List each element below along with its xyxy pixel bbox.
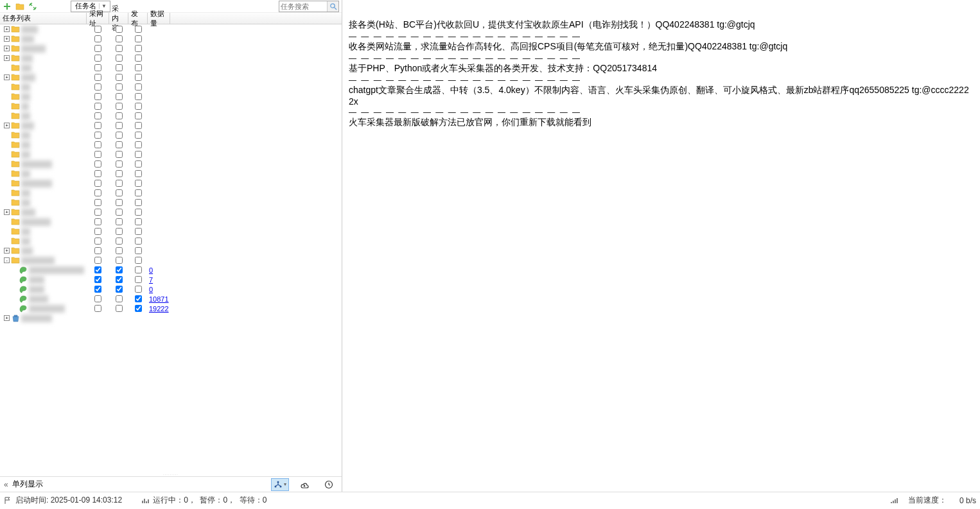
cloud-download-icon[interactable] bbox=[295, 478, 313, 491]
data-count-link[interactable]: 7 bbox=[149, 276, 153, 284]
collect-url-checkbox[interactable] bbox=[94, 26, 101, 33]
expander-icon[interactable]: + bbox=[4, 36, 10, 42]
collect-content-checkbox[interactable] bbox=[116, 160, 123, 168]
collect-url-checkbox[interactable] bbox=[94, 218, 101, 225]
data-count-link[interactable]: 19222 bbox=[149, 305, 169, 313]
tree-row[interactable] bbox=[0, 198, 342, 207]
collect-content-checkbox[interactable] bbox=[116, 45, 123, 52]
publish-checkbox[interactable] bbox=[135, 180, 142, 187]
tree-row[interactable] bbox=[0, 217, 342, 227]
collect-url-checkbox[interactable] bbox=[94, 180, 101, 187]
collect-content-checkbox[interactable] bbox=[116, 180, 123, 187]
collect-url-checkbox[interactable] bbox=[94, 209, 101, 216]
collect-content-checkbox[interactable] bbox=[116, 170, 123, 177]
tree-row[interactable] bbox=[0, 130, 342, 140]
col-header-data[interactable]: 数据量 bbox=[148, 13, 170, 24]
collect-content-checkbox[interactable] bbox=[116, 26, 123, 33]
publish-checkbox[interactable] bbox=[135, 160, 142, 168]
collect-content-checkbox[interactable] bbox=[116, 218, 123, 225]
publish-checkbox[interactable] bbox=[135, 237, 142, 245]
collect-url-checkbox[interactable] bbox=[94, 141, 101, 148]
tree-row[interactable] bbox=[0, 63, 342, 73]
collect-url-checkbox[interactable] bbox=[94, 257, 101, 264]
collect-content-checkbox[interactable] bbox=[116, 305, 123, 312]
collect-content-checkbox[interactable] bbox=[116, 295, 123, 302]
expander-icon[interactable]: - bbox=[4, 257, 10, 263]
collect-content-checkbox[interactable] bbox=[116, 55, 123, 62]
publish-checkbox[interactable] bbox=[135, 218, 142, 225]
collect-url-checkbox[interactable] bbox=[94, 83, 101, 91]
publish-checkbox[interactable] bbox=[135, 228, 142, 235]
publish-checkbox[interactable] bbox=[135, 170, 142, 177]
collect-content-checkbox[interactable] bbox=[116, 228, 123, 235]
tree-row[interactable]: 0 bbox=[0, 284, 342, 294]
tree-row[interactable]: + bbox=[0, 44, 342, 53]
col-header-name[interactable]: 任务列表 bbox=[0, 13, 87, 24]
collect-url-checkbox[interactable] bbox=[94, 286, 101, 293]
tree-row[interactable]: 0 bbox=[0, 265, 342, 275]
publish-checkbox[interactable] bbox=[135, 286, 142, 293]
publish-checkbox[interactable] bbox=[135, 112, 142, 119]
tree-row[interactable] bbox=[0, 150, 342, 159]
collect-url-checkbox[interactable] bbox=[94, 305, 101, 312]
publish-checkbox[interactable] bbox=[135, 103, 142, 110]
publish-checkbox[interactable] bbox=[135, 151, 142, 158]
publish-checkbox[interactable] bbox=[135, 266, 142, 273]
col-header-publish[interactable]: 发布 bbox=[128, 13, 148, 24]
collect-url-checkbox[interactable] bbox=[94, 132, 101, 139]
collect-url-checkbox[interactable] bbox=[94, 112, 101, 119]
data-count-link[interactable]: 0 bbox=[149, 266, 153, 274]
expander-icon[interactable]: + bbox=[4, 46, 10, 51]
collect-url-checkbox[interactable] bbox=[94, 35, 101, 42]
collect-content-checkbox[interactable] bbox=[116, 35, 123, 42]
tree-row[interactable]: + bbox=[0, 207, 342, 217]
publish-checkbox[interactable] bbox=[135, 305, 142, 312]
publish-checkbox[interactable] bbox=[135, 141, 142, 148]
collect-content-checkbox[interactable] bbox=[116, 141, 123, 148]
collect-url-checkbox[interactable] bbox=[94, 170, 101, 177]
collect-content-checkbox[interactable] bbox=[116, 199, 123, 206]
expander-icon[interactable]: + bbox=[4, 209, 10, 215]
tree-row[interactable]: - bbox=[0, 255, 342, 265]
tree-row[interactable]: 10871 bbox=[0, 294, 342, 304]
publish-checkbox[interactable] bbox=[135, 93, 142, 100]
publish-checkbox[interactable] bbox=[135, 45, 142, 52]
clock-icon[interactable] bbox=[320, 478, 338, 491]
collect-url-checkbox[interactable] bbox=[94, 237, 101, 245]
collect-content-checkbox[interactable] bbox=[116, 122, 123, 129]
collect-url-checkbox[interactable] bbox=[94, 276, 101, 283]
expander-icon[interactable]: + bbox=[4, 26, 10, 32]
collect-content-checkbox[interactable] bbox=[116, 189, 123, 196]
collect-content-checkbox[interactable] bbox=[116, 93, 123, 100]
tree-row[interactable] bbox=[0, 159, 342, 169]
add-icon[interactable] bbox=[3, 2, 12, 11]
publish-checkbox[interactable] bbox=[135, 55, 142, 62]
expander-icon[interactable]: + bbox=[4, 55, 10, 61]
expander-icon[interactable]: + bbox=[4, 123, 10, 128]
tree-row[interactable]: + bbox=[0, 73, 342, 82]
tree-row[interactable]: + bbox=[0, 24, 342, 34]
collect-url-checkbox[interactable] bbox=[94, 295, 101, 302]
tree-row[interactable] bbox=[0, 140, 342, 150]
tree-row[interactable]: + bbox=[0, 34, 342, 44]
search-button[interactable] bbox=[327, 1, 338, 12]
collect-url-checkbox[interactable] bbox=[94, 74, 101, 81]
publish-checkbox[interactable] bbox=[135, 247, 142, 254]
expander-icon[interactable]: + bbox=[4, 74, 10, 80]
collect-url-checkbox[interactable] bbox=[94, 64, 101, 71]
publish-checkbox[interactable] bbox=[135, 199, 142, 206]
publish-checkbox[interactable] bbox=[135, 74, 142, 81]
tree-row[interactable] bbox=[0, 92, 342, 101]
collect-url-checkbox[interactable] bbox=[94, 189, 101, 196]
collect-content-checkbox[interactable] bbox=[116, 266, 123, 273]
collect-content-checkbox[interactable] bbox=[116, 151, 123, 158]
publish-checkbox[interactable] bbox=[135, 257, 142, 264]
collect-url-checkbox[interactable] bbox=[94, 266, 101, 273]
collect-content-checkbox[interactable] bbox=[116, 64, 123, 71]
tree-row[interactable]: 19222 bbox=[0, 304, 342, 313]
folder-icon[interactable] bbox=[15, 2, 24, 11]
publish-checkbox[interactable] bbox=[135, 276, 142, 283]
tree-row[interactable] bbox=[0, 227, 342, 236]
publish-checkbox[interactable] bbox=[135, 35, 142, 42]
collect-content-checkbox[interactable] bbox=[116, 132, 123, 139]
